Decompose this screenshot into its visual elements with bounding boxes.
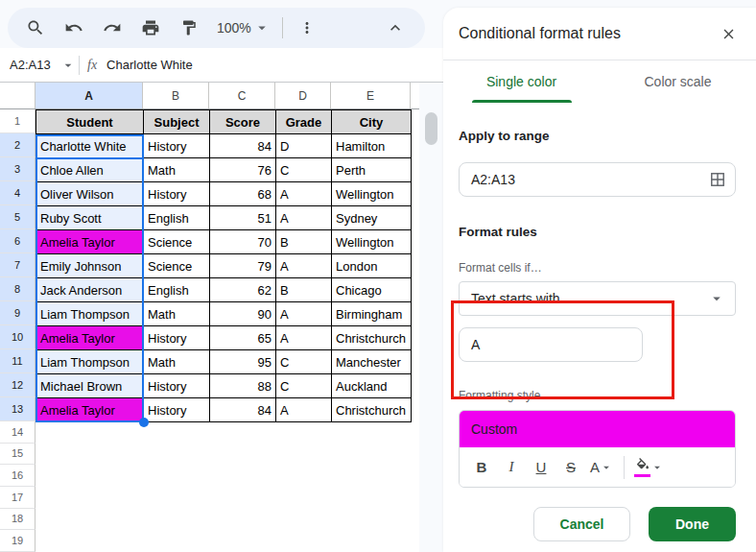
cell-B3[interactable]: Math <box>144 158 210 182</box>
cell-A12[interactable]: Michael Brown <box>36 374 144 398</box>
search-icon[interactable] <box>23 15 48 40</box>
bold-button[interactable]: B <box>471 455 492 480</box>
row-header-9[interactable]: 9 <box>0 301 35 325</box>
print-icon[interactable] <box>138 15 163 40</box>
cell-D2[interactable]: D <box>276 134 332 158</box>
row-header-4[interactable]: 4 <box>0 181 35 205</box>
row-header-6[interactable]: 6 <box>0 229 35 253</box>
cell-C7[interactable]: 79 <box>210 254 276 278</box>
select-all-corner[interactable] <box>0 83 35 108</box>
cell-D9[interactable]: A <box>276 302 332 326</box>
cell-D4[interactable]: A <box>276 182 332 206</box>
cell-C9[interactable]: 90 <box>210 302 276 326</box>
cell-A13[interactable]: Amelia Taylor <box>36 398 144 422</box>
paint-format-icon[interactable] <box>177 15 201 40</box>
cell-C4[interactable]: 68 <box>210 182 276 206</box>
row-header-1[interactable]: 1 <box>0 109 35 133</box>
cell-E2[interactable]: Hamilton <box>332 134 412 158</box>
cell-C5[interactable]: 51 <box>210 206 276 230</box>
cell-C11[interactable]: 95 <box>210 350 276 374</box>
column-header-D[interactable]: D <box>275 83 331 108</box>
header-cell-grade[interactable]: Grade <box>276 110 332 134</box>
cell-D8[interactable]: B <box>276 278 332 302</box>
cell-E11[interactable]: Manchester <box>332 350 412 374</box>
cell-A8[interactable]: Jack Anderson <box>36 278 144 302</box>
name-box[interactable]: A2:A13 <box>0 58 77 73</box>
row-header-3[interactable]: 3 <box>0 157 35 181</box>
close-icon[interactable] <box>716 21 741 46</box>
cell-E12[interactable]: Auckland <box>332 374 412 398</box>
cell-C6[interactable]: 70 <box>210 230 276 254</box>
selection-handle[interactable] <box>139 418 149 427</box>
cell-B12[interactable]: History <box>144 374 210 398</box>
header-cell-score[interactable]: Score <box>210 110 276 134</box>
tab-color-scale[interactable]: Color scale <box>600 60 756 103</box>
done-button[interactable]: Done <box>649 507 736 541</box>
cell-A5[interactable]: Ruby Scott <box>36 206 144 230</box>
cell-B6[interactable]: Science <box>144 230 210 254</box>
cell-B9[interactable]: Math <box>144 302 210 326</box>
cell-E7[interactable]: London <box>332 254 412 278</box>
cell-E6[interactable]: Wellington <box>332 230 412 254</box>
cell-E10[interactable]: Christchurch <box>332 326 412 350</box>
header-cell-city[interactable]: City <box>332 110 412 134</box>
cell-B4[interactable]: History <box>144 182 210 206</box>
cell-C8[interactable]: 62 <box>210 278 276 302</box>
italic-button[interactable]: I <box>501 455 522 480</box>
select-data-range-icon[interactable] <box>710 172 725 187</box>
cell-B7[interactable]: Science <box>144 254 210 278</box>
column-header-A[interactable]: A <box>35 83 143 108</box>
condition-text-input[interactable]: A <box>459 327 643 362</box>
condition-dropdown[interactable]: Text starts with <box>459 281 736 316</box>
column-header-B[interactable]: B <box>143 83 209 108</box>
row-header-17[interactable]: 17 <box>0 487 35 509</box>
underline-button[interactable]: U <box>531 455 552 480</box>
column-header-C[interactable]: C <box>209 83 275 108</box>
cell-A9[interactable]: Liam Thompson <box>36 302 144 326</box>
cell-A4[interactable]: Oliver Wilson <box>36 182 144 206</box>
cell-D5[interactable]: A <box>276 206 332 230</box>
cell-E13[interactable]: Christchurch <box>332 398 412 422</box>
collapse-toolbar-icon[interactable] <box>383 15 408 40</box>
fill-color-button[interactable] <box>634 458 664 477</box>
cell-E5[interactable]: Sydney <box>332 206 412 230</box>
cell-E4[interactable]: Wellington <box>332 182 412 206</box>
cell-B2[interactable]: History <box>144 134 210 158</box>
cell-B11[interactable]: Math <box>144 350 210 374</box>
cell-D6[interactable]: B <box>276 230 332 254</box>
formula-input[interactable]: Charlotte White <box>106 58 193 72</box>
cell-B10[interactable]: History <box>144 326 210 350</box>
row-header-12[interactable]: 12 <box>0 373 35 397</box>
cell-D12[interactable]: C <box>276 374 332 398</box>
cell-A10[interactable]: Amelia Taylor <box>36 326 144 350</box>
column-header-E[interactable]: E <box>331 83 411 108</box>
cell-D13[interactable]: A <box>276 398 332 422</box>
cell-C10[interactable]: 65 <box>210 326 276 350</box>
cell-A3[interactable]: Chloe Allen <box>36 158 144 182</box>
row-header-5[interactable]: 5 <box>0 205 35 229</box>
strikethrough-button[interactable]: S <box>560 455 581 480</box>
row-header-10[interactable]: 10 <box>0 325 35 349</box>
cell-C12[interactable]: 88 <box>210 374 276 398</box>
cell-B5[interactable]: English <box>144 206 210 230</box>
cell-C3[interactable]: 76 <box>210 158 276 182</box>
cell-D3[interactable]: C <box>276 158 332 182</box>
redo-icon[interactable] <box>100 15 125 40</box>
cell-C13[interactable]: 84 <box>210 398 276 422</box>
cell-C2[interactable]: 84 <box>210 134 276 158</box>
row-header-15[interactable]: 15 <box>0 444 35 466</box>
cancel-button[interactable]: Cancel <box>533 507 630 541</box>
cell-A2[interactable]: Charlotte White <box>36 134 144 158</box>
cell-A7[interactable]: Emily Johnson <box>36 254 144 278</box>
row-header-16[interactable]: 16 <box>0 465 35 487</box>
more-options-icon[interactable] <box>295 15 319 40</box>
cell-A11[interactable]: Liam Thompson <box>36 350 144 374</box>
cell-B8[interactable]: English <box>144 278 210 302</box>
cell-D7[interactable]: A <box>276 254 332 278</box>
range-input[interactable]: A2:A13 <box>459 162 736 197</box>
cell-E8[interactable]: Chicago <box>332 278 412 302</box>
zoom-control[interactable]: 100% <box>217 19 271 36</box>
vertical-scrollbar-thumb[interactable] <box>425 112 437 145</box>
cell-E9[interactable]: Birmingham <box>332 302 412 326</box>
row-header-13[interactable]: 13 <box>0 397 35 421</box>
